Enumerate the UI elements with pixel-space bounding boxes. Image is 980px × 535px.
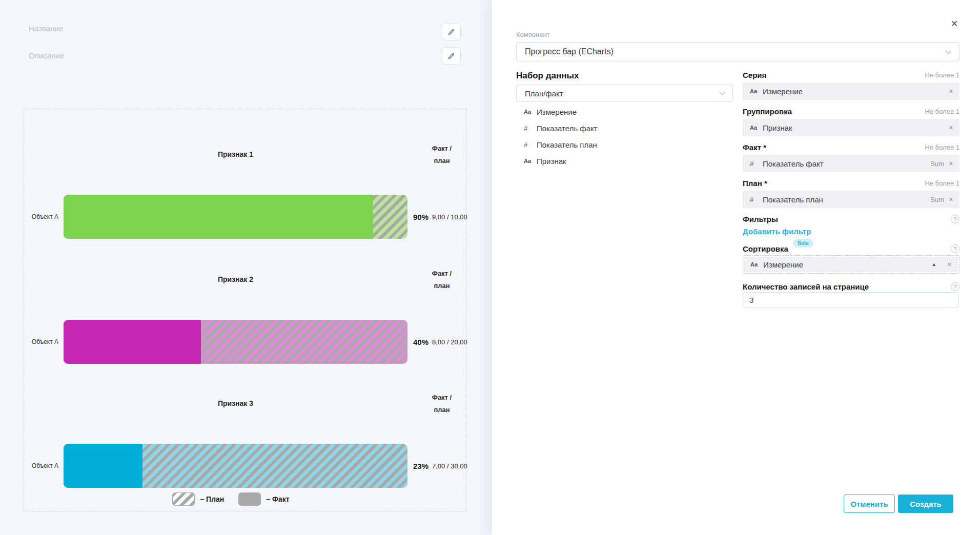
component-select[interactable]: Прогресс бар (ECharts) [516, 42, 959, 61]
limit-badge: Не более 1 [925, 108, 959, 115]
number-type-icon: # [750, 160, 758, 168]
edit-description-button[interactable] [442, 47, 461, 65]
group-title: Признак 2 [64, 275, 407, 283]
sorting-chip[interactable]: Аа Измерение [744, 257, 958, 272]
string-type-icon: Аа [750, 261, 759, 268]
close-icon[interactable] [948, 17, 961, 30]
chevron-down-icon [945, 47, 952, 56]
group-title: Признак 1 [64, 150, 407, 158]
left-panel: Название Описание Настроить виджет Призн… [0, 0, 492, 535]
fact-fill [64, 195, 373, 239]
chart-group-1: Признак 1 Факт / план Объект А 90% 9,00 … [24, 143, 466, 246]
remove-icon[interactable] [947, 261, 952, 268]
column-header: Факт / план [403, 268, 480, 292]
value-label: 90% 9,00 / 10,00 [413, 195, 467, 239]
remove-icon[interactable] [949, 196, 953, 203]
legend-plan-label: – План [200, 495, 224, 503]
number-type-icon: # [750, 196, 758, 203]
value-label: 23% 7,00 / 30,00 [413, 444, 467, 488]
widget-editor: Название Описание Настроить виджет Призн… [0, 0, 980, 535]
group-title: Признак 3 [64, 399, 407, 407]
fact-chip[interactable]: # Показатель факт Sum [743, 155, 959, 172]
plan-swatch-icon [172, 492, 195, 506]
dataset-field-list: Аа Измерение # Показатель факт # Показат… [524, 104, 729, 169]
fact-fill [64, 320, 201, 364]
sorting-dropzone[interactable]: Аа Измерение [743, 255, 959, 274]
grouping-row-header: Группировка Не более 1 [743, 107, 959, 116]
progress-bar [64, 195, 407, 239]
fact-fill [64, 444, 142, 488]
number-type-icon: # [524, 141, 532, 149]
plan-chip[interactable]: # Показатель план Sum [743, 191, 959, 208]
help-icon[interactable] [951, 282, 959, 291]
chevron-down-icon [719, 89, 725, 98]
limit-badge: Не более 1 [925, 143, 959, 151]
page-size-header: Количество записей на странице [743, 282, 959, 291]
plan-row-header: План * Не более 1 [743, 179, 959, 188]
string-type-icon: Аа [524, 158, 532, 164]
sort-ascending-icon[interactable] [932, 262, 936, 267]
value-label: 40% 8,00 / 20,00 [413, 320, 467, 364]
create-button[interactable]: Создать [898, 495, 953, 513]
pencil-icon [447, 52, 455, 60]
limit-badge: Не более 1 [925, 179, 959, 187]
string-type-icon: Аа [750, 125, 758, 131]
add-filter-link[interactable]: Добавить фильтр [743, 227, 811, 236]
beta-badge: Beta [793, 239, 813, 248]
category-label: Объект А [24, 195, 58, 239]
remove-icon[interactable] [949, 160, 953, 167]
string-type-icon: Аа [750, 88, 758, 94]
series-chip[interactable]: Аа Измерение [743, 83, 959, 100]
column-header: Факт / план [403, 142, 480, 167]
name-field-placeholder[interactable]: Название [29, 24, 63, 33]
help-icon[interactable] [951, 244, 959, 253]
dataset-title: Набор данных [516, 71, 579, 81]
filters-header: Фильтры [743, 215, 959, 223]
chart-group-2: Признак 2 Факт / план Объект А 40% 8,00 … [24, 269, 466, 371]
field-item-priznak[interactable]: Аа Признак [524, 153, 729, 169]
aggregation-label[interactable]: Sum [930, 196, 944, 203]
chart-legend: – План – Факт [64, 492, 407, 506]
legend-fact-label: – Факт [266, 495, 289, 503]
string-type-icon: Аа [524, 109, 532, 115]
settings-panel: Компонент Прогресс бар (ECharts) Набор д… [492, 0, 980, 535]
grouping-chip[interactable]: Аа Признак [743, 119, 959, 136]
field-item-izmerenie[interactable]: Аа Измерение [524, 104, 729, 120]
help-icon[interactable] [951, 215, 959, 223]
dataset-select[interactable]: План/факт [516, 85, 733, 102]
remove-icon[interactable] [949, 125, 953, 131]
aggregation-label[interactable]: Sum [930, 160, 944, 168]
edit-name-button[interactable] [442, 23, 461, 40]
pencil-icon [447, 28, 455, 36]
fact-row-header: Факт * Не более 1 [743, 143, 959, 152]
remove-icon[interactable] [949, 88, 953, 95]
field-item-pokazatel-fakt[interactable]: # Показатель факт [524, 120, 729, 136]
component-label: Компонент [516, 31, 550, 38]
column-header: Факт / план [403, 392, 480, 416]
category-label: Объект А [24, 320, 58, 364]
progress-bar [64, 444, 407, 488]
chart-group-3: Признак 3 Факт / план Объект А 23% 7,00 … [24, 393, 466, 495]
category-label: Объект А [24, 444, 58, 488]
sorting-header: Сортировка [743, 244, 959, 253]
cancel-button[interactable]: Отменить [844, 495, 895, 513]
number-type-icon: # [524, 125, 532, 132]
series-row-header: Серия Не более 1 [743, 71, 959, 79]
page-size-input[interactable] [743, 292, 958, 308]
description-field-placeholder[interactable]: Описание [29, 51, 64, 60]
fact-swatch-icon [238, 492, 261, 506]
limit-badge: Не более 1 [925, 71, 959, 79]
progress-bar [64, 320, 407, 364]
chart-preview: Признак 1 Факт / план Объект А 90% 9,00 … [24, 109, 466, 511]
field-item-pokazatel-plan[interactable]: # Показатель план [524, 136, 729, 153]
